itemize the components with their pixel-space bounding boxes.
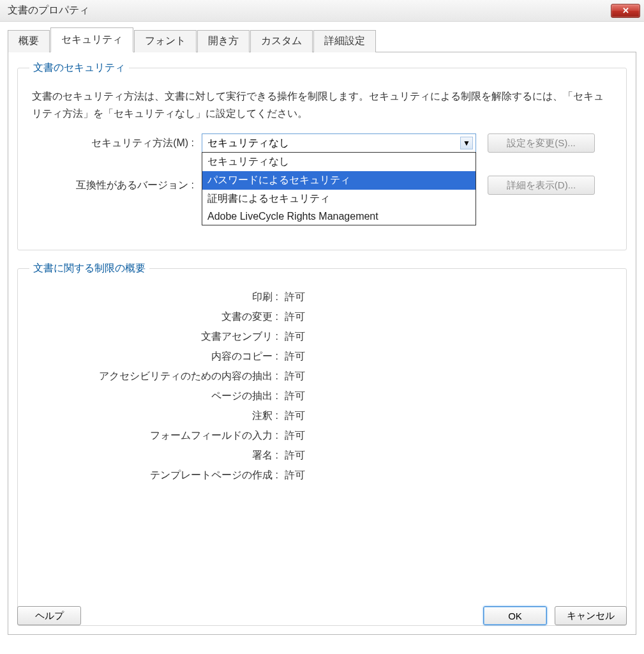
restriction-label: テンプレートページの作成 : xyxy=(29,469,285,482)
restriction-value: 許可 xyxy=(285,310,305,324)
restriction-label: 文書アセンブリ : xyxy=(29,330,285,344)
restriction-row: 文書の変更 : 許可 xyxy=(29,310,615,324)
restriction-label: 注釈 : xyxy=(29,409,285,423)
restrictions-group-title: 文書に関する制限の概要 xyxy=(29,262,149,275)
tab-overview[interactable]: 概要 xyxy=(8,30,50,52)
tab-fonts[interactable]: フォント xyxy=(134,30,197,52)
titlebar: 文書のプロパティ ✕ xyxy=(0,0,644,22)
option-password-security[interactable]: パスワードによるセキュリティ xyxy=(202,171,476,190)
security-method-value: セキュリティなし xyxy=(207,137,289,150)
security-method-combobox[interactable]: セキュリティなし ▼ xyxy=(202,133,476,153)
restriction-label: 文書の変更 : xyxy=(29,310,285,324)
restriction-row: ページの抽出 : 許可 xyxy=(29,390,615,403)
dialog-footer: ヘルプ OK キャンセル xyxy=(17,606,627,625)
restriction-label: フォームフィールドの入力 : xyxy=(29,429,285,443)
option-no-security[interactable]: セキュリティなし xyxy=(202,153,476,171)
restriction-value: 許可 xyxy=(285,409,305,423)
tab-advanced[interactable]: 詳細設定 xyxy=(313,30,376,52)
restriction-row: テンプレートページの作成 : 許可 xyxy=(29,469,615,482)
ok-button[interactable]: OK xyxy=(483,606,547,625)
restriction-row: アクセシビリティのための内容の抽出 : 許可 xyxy=(29,370,615,383)
restriction-label: 内容のコピー : xyxy=(29,350,285,363)
restriction-row: 印刷 : 許可 xyxy=(29,291,615,304)
option-livecycle-rm[interactable]: Adobe LiveCycle Rights Management xyxy=(202,208,476,225)
restriction-value: 許可 xyxy=(285,291,305,304)
restrictions-group: 文書に関する制限の概要 印刷 : 許可 文書の変更 : 許可 文書アセンブリ :… xyxy=(17,262,627,626)
security-group-title: 文書のセキュリティ xyxy=(29,61,129,75)
restriction-row: 注釈 : 許可 xyxy=(29,409,615,423)
restriction-label: ページの抽出 : xyxy=(29,390,285,403)
close-icon: ✕ xyxy=(622,6,629,15)
restriction-row: 文書アセンブリ : 許可 xyxy=(29,330,615,344)
restriction-value: 許可 xyxy=(285,449,305,462)
restriction-value: 許可 xyxy=(285,469,305,482)
compatibility-label: 互換性があるバージョン : xyxy=(29,179,202,192)
security-description: 文書のセキュリティ方法は、文書に対して実行できる操作を制限します。セキュリティに… xyxy=(32,87,612,122)
restriction-label: アクセシビリティのための内容の抽出 : xyxy=(29,370,285,383)
restriction-label: 署名 : xyxy=(29,449,285,462)
tab-content: 文書のセキュリティ 文書のセキュリティ方法は、文書に対して実行できる操作を制限し… xyxy=(8,52,636,635)
restriction-label: 印刷 : xyxy=(29,291,285,304)
restriction-value: 許可 xyxy=(285,350,305,363)
tab-custom[interactable]: カスタム xyxy=(250,30,313,52)
chevron-down-icon: ▼ xyxy=(460,137,473,149)
tab-security[interactable]: セキュリティ xyxy=(50,27,133,52)
restriction-row: 署名 : 許可 xyxy=(29,449,615,462)
option-certificate-security[interactable]: 証明書によるセキュリティ xyxy=(202,190,476,208)
restriction-value: 許可 xyxy=(285,330,305,344)
tab-initial-view[interactable]: 開き方 xyxy=(197,30,250,52)
security-group: 文書のセキュリティ 文書のセキュリティ方法は、文書に対して実行できる操作を制限し… xyxy=(17,61,627,250)
security-method-dropdown: セキュリティなし パスワードによるセキュリティ 証明書によるセキュリティ Ado… xyxy=(202,152,476,225)
cancel-button[interactable]: キャンセル xyxy=(555,606,627,625)
tab-strip: 概要 セキュリティ フォント 開き方 カスタム 詳細設定 xyxy=(8,27,636,52)
show-details-button: 詳細を表示(D)... xyxy=(488,176,595,195)
security-method-label: セキュリティ方法(M) : xyxy=(29,137,202,150)
restriction-row: フォームフィールドの入力 : 許可 xyxy=(29,429,615,443)
close-button[interactable]: ✕ xyxy=(611,4,640,18)
restriction-value: 許可 xyxy=(285,429,305,443)
restriction-value: 許可 xyxy=(285,390,305,403)
window-title: 文書のプロパティ xyxy=(8,4,89,17)
change-settings-button: 設定を変更(S)... xyxy=(488,133,595,153)
restriction-value: 許可 xyxy=(285,370,305,383)
restriction-row: 内容のコピー : 許可 xyxy=(29,350,615,363)
help-button[interactable]: ヘルプ xyxy=(17,606,81,625)
